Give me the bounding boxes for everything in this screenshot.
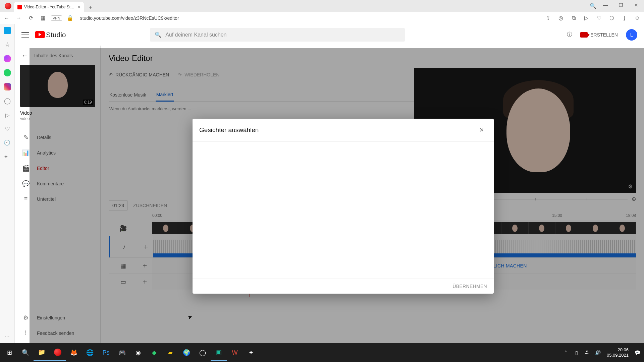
search-icon: 🔍 — [155, 32, 161, 38]
taskbar-search-icon[interactable]: 🔍 — [17, 345, 34, 361]
tray-chevron-icon[interactable]: ˄ — [560, 345, 571, 361]
nav-forward-icon[interactable]: → — [15, 14, 23, 22]
addr-cube-icon[interactable]: ⬡ — [608, 14, 616, 22]
select-faces-dialog: Gesichter auswählen × ÜBERNEHMEN — [193, 119, 494, 294]
discord-icon[interactable]: 🎮 — [114, 345, 130, 361]
analytics-icon: 📊 — [22, 149, 30, 157]
site-lock-icon[interactable]: 🔒 — [66, 14, 74, 22]
whatsapp-icon[interactable] — [4, 69, 11, 76]
address-url[interactable]: studio.youtube.com/video/z3RNcEsUC9k/edi… — [80, 15, 179, 21]
account-avatar[interactable]: L — [626, 29, 637, 41]
window-minimize-icon[interactable]: ― — [598, 0, 613, 10]
file-explorer-icon[interactable]: 📁 — [34, 345, 50, 361]
channel-search-input[interactable]: 🔍 Auf deinem Kanal suchen — [150, 28, 405, 42]
start-button[interactable]: ⊞ — [1, 345, 17, 361]
feedback-icon: ! — [22, 329, 30, 337]
obs-icon[interactable]: ◯ — [195, 345, 211, 361]
steam-icon[interactable]: ◉ — [130, 345, 146, 361]
comments-icon: 💬 — [22, 180, 30, 187]
app-misc-icon[interactable]: ✦ — [243, 345, 259, 361]
create-camera-icon — [580, 32, 588, 38]
opera-history-icon[interactable]: 🕘 — [4, 139, 11, 147]
opera-menu-button[interactable] — [2, 0, 14, 12]
menu-toggle-button[interactable] — [21, 32, 29, 38]
create-button[interactable]: ERSTELLEN — [580, 32, 618, 38]
address-bar: ← → ⟳ ▦ VPN 🔒 studio.youtube.com/video/z… — [0, 12, 644, 24]
window-restore-icon[interactable]: ❐ — [613, 0, 629, 10]
app-globe-icon[interactable]: 🌍 — [178, 345, 195, 361]
youtube-play-icon — [35, 31, 45, 38]
addr-profile-icon[interactable]: ☺ — [633, 14, 641, 22]
messenger-icon[interactable] — [4, 55, 11, 62]
app-yellow-icon[interactable]: ▰ — [162, 345, 178, 361]
tab-title: Video-Editor - YouTube St… — [24, 5, 74, 9]
dialog-title: Gesichter auswählen — [199, 126, 259, 134]
addr-download-icon[interactable]: ⭳ — [621, 14, 629, 22]
create-label: ERSTELLEN — [590, 32, 618, 38]
dialog-apply-button[interactable]: ÜBERNEHMEN — [452, 284, 487, 289]
window-close-icon[interactable]: ✕ — [629, 0, 644, 10]
gear-icon: ⚙ — [22, 314, 30, 321]
tray-volume-icon[interactable]: 🔊 — [593, 345, 603, 361]
chrome-icon[interactable]: 🌐 — [82, 345, 98, 361]
tray-battery-icon[interactable]: ▯ — [571, 345, 582, 361]
app-red-w-icon[interactable]: W — [227, 345, 243, 361]
editor-icon: 🎬 — [22, 165, 30, 172]
opera-home-icon[interactable] — [4, 27, 11, 34]
youtube-favicon-icon — [17, 5, 22, 9]
addr-heart-icon[interactable]: ♡ — [595, 14, 603, 22]
studio-logo-text: Studio — [46, 31, 66, 39]
opera-heart-icon[interactable]: ♡ — [4, 125, 11, 133]
opera-logo-icon — [5, 3, 11, 9]
dialog-close-button[interactable]: × — [476, 125, 487, 135]
dialog-body — [193, 142, 494, 279]
opera-circle-icon[interactable]: ◯ — [4, 97, 11, 105]
nav-reload-icon[interactable]: ⟳ — [27, 14, 35, 22]
opera-taskbar-icon[interactable] — [50, 345, 66, 361]
tray-network-icon[interactable]: 🖧 — [582, 345, 593, 361]
instagram-icon[interactable] — [4, 83, 11, 90]
addr-action-2-icon[interactable]: ◎ — [557, 14, 565, 22]
app-teal-icon[interactable]: ▣ — [211, 345, 227, 361]
firefox-icon[interactable]: 🦊 — [66, 345, 82, 361]
browser-titlebar: Video-Editor - YouTube St… × + 🔍 ― ❐ ✕ — [0, 0, 644, 12]
new-tab-button[interactable]: + — [86, 3, 95, 12]
opera-sidebar: ☆ ◯ ▷ ♡ 🕘 ✦ ⋯ — [0, 24, 15, 343]
subtitles-icon: ≡ — [22, 195, 30, 202]
speed-dial-icon[interactable]: ▦ — [39, 14, 47, 22]
pencil-icon: ✎ — [22, 134, 30, 141]
back-arrow-icon: ← — [21, 52, 28, 59]
addr-action-4-icon[interactable]: ▷ — [582, 14, 590, 22]
opera-more-icon[interactable]: ⋯ — [4, 333, 10, 339]
browser-tab[interactable]: Video-Editor - YouTube St… × — [14, 2, 84, 12]
help-icon[interactable]: ⓘ — [567, 31, 572, 38]
opera-atom-icon[interactable]: ✦ — [4, 154, 11, 161]
taskbar-clock[interactable]: 20:06 05.09.2021 — [603, 347, 632, 358]
opera-pin-icon[interactable]: ☆ — [4, 41, 11, 48]
tab-close-icon[interactable]: × — [78, 4, 80, 10]
nav-back-icon[interactable]: ← — [3, 14, 11, 22]
addr-action-3-icon[interactable]: ⧉ — [570, 14, 578, 22]
titlebar-search-icon[interactable]: 🔍 — [588, 1, 598, 11]
photoshop-icon[interactable]: Ps — [98, 345, 114, 361]
vpn-badge[interactable]: VPN — [51, 15, 62, 21]
windows-taskbar: ⊞ 🔍 📁 🦊 🌐 Ps 🎮 ◉ ◆ ▰ 🌍 ◯ ▣ W ✦ ˄ ▯ 🖧 🔊 2… — [0, 343, 644, 362]
studio-header: Studio 🔍 Auf deinem Kanal suchen ⓘ ERSTE… — [15, 24, 644, 46]
search-placeholder: Auf deinem Kanal suchen — [165, 32, 226, 38]
action-center-icon[interactable]: 💬 — [632, 345, 643, 361]
opera-play-icon[interactable]: ▷ — [4, 111, 11, 119]
page-content: Studio 🔍 Auf deinem Kanal suchen ⓘ ERSTE… — [15, 24, 644, 343]
addr-action-1-icon[interactable]: ⇪ — [544, 14, 552, 22]
studio-logo[interactable]: Studio — [35, 31, 66, 39]
app-green-icon[interactable]: ◆ — [146, 345, 162, 361]
